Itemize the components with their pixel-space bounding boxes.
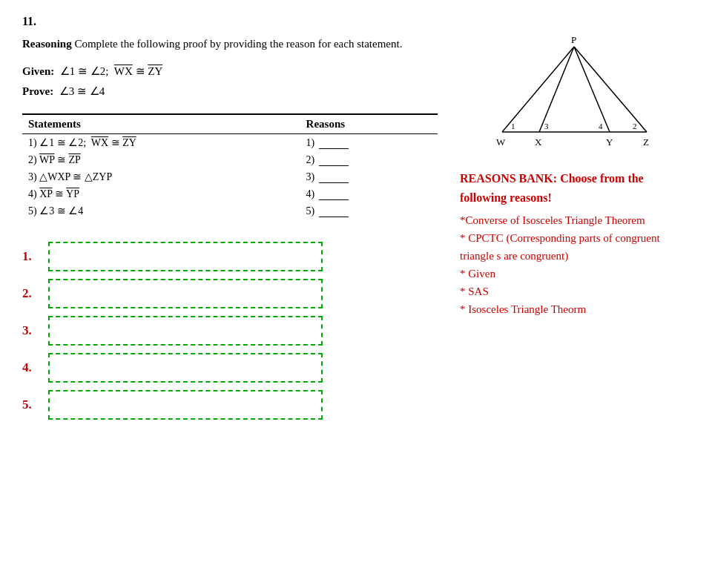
label-n1: 1 (511, 122, 515, 131)
answer-label-4: 4. (22, 360, 41, 375)
answer-label-3: 3. (22, 323, 41, 338)
label-W: W (496, 136, 506, 148)
reason-3: 3) (284, 168, 438, 185)
reason-item-1: *Converse of Isosceles Triangle Theorem (460, 211, 693, 229)
reason-2: 2) (284, 151, 438, 168)
label-P: P (571, 36, 576, 45)
answer-label-5: 5. (22, 397, 41, 412)
label-Y: Y (606, 136, 613, 148)
reasons-bank-title: REASONS BANK: Choose from the following … (460, 169, 693, 207)
problem-number: 11. (22, 15, 693, 28)
reason-item-5: * Isosceles Triangle Theorm (460, 300, 693, 318)
label-n3: 3 (544, 122, 549, 131)
reason-item-2: * CPCTC (Corresponding parts of congruen… (460, 229, 693, 265)
col-statements: Statements (22, 114, 284, 134)
statement-5: 5) ∠3 ≅ ∠4 (22, 202, 284, 219)
answer-input-1[interactable] (48, 242, 323, 271)
svg-line-0 (502, 47, 574, 132)
table-row: 4) XP ≅ YP 4) (22, 185, 438, 202)
instruction-text: Complete the following proof by providin… (72, 38, 403, 50)
statement-2: 2) WP ≅ ZP (22, 151, 284, 168)
svg-line-4 (574, 47, 610, 132)
answer-input-5[interactable] (48, 390, 323, 420)
reason-item-3: * Given (460, 265, 693, 283)
reasons-bank: REASONS BANK: Choose from the following … (460, 169, 693, 318)
answer-input-4[interactable] (48, 353, 323, 383)
proof-table: Statements Reasons 1) ∠1 ≅ ∠2; WX ≅ ZY 1… (22, 113, 438, 219)
reason-5: 5) (284, 202, 438, 219)
reason-item-4: * SAS (460, 283, 693, 300)
statement-3: 3) △WXP ≅ △ZYP (22, 168, 284, 185)
answer-row-1: 1. (22, 242, 438, 271)
statement-4: 4) XP ≅ YP (22, 185, 284, 202)
answer-input-2[interactable] (48, 279, 323, 308)
answer-label-1: 1. (22, 249, 41, 264)
label-n2: 2 (633, 122, 637, 131)
table-row: 2) WP ≅ ZP 2) (22, 151, 438, 168)
table-row: 5) ∠3 ≅ ∠4 5) (22, 202, 438, 219)
reasoning-label: Reasoning (22, 38, 72, 50)
answer-row-5: 5. (22, 390, 438, 420)
reason-1: 1) (284, 133, 438, 151)
given-prove: Given: ∠1 ≅ ∠2; WX ≅ ZY Prove: ∠3 ≅ ∠4 (22, 62, 438, 102)
triangle-diagram: P W X Y Z 1 3 4 2 (460, 36, 693, 154)
reason-4: 4) (284, 185, 438, 202)
answer-row-4: 4. (22, 353, 438, 383)
svg-line-1 (574, 47, 647, 132)
statement-1: 1) ∠1 ≅ ∠2; WX ≅ ZY (22, 133, 284, 151)
svg-line-3 (539, 47, 574, 132)
label-Z: Z (643, 136, 649, 148)
answer-label-2: 2. (22, 286, 41, 301)
table-row: 1) ∠1 ≅ ∠2; WX ≅ ZY 1) (22, 133, 438, 151)
label-X: X (535, 136, 542, 148)
col-reasons: Reasons (284, 114, 438, 134)
answer-row-2: 2. (22, 279, 438, 308)
given-label: Given: (22, 65, 54, 77)
table-row: 3) △WXP ≅ △ZYP 3) (22, 168, 438, 185)
problem-text: Reasoning Complete the following proof b… (22, 36, 438, 53)
answer-boxes: 1. 2. 3. 4. 5. (22, 242, 438, 420)
answer-row-3: 3. (22, 316, 438, 346)
prove-label: Prove: (22, 85, 53, 97)
answer-input-3[interactable] (48, 316, 323, 346)
label-n4: 4 (599, 122, 603, 131)
